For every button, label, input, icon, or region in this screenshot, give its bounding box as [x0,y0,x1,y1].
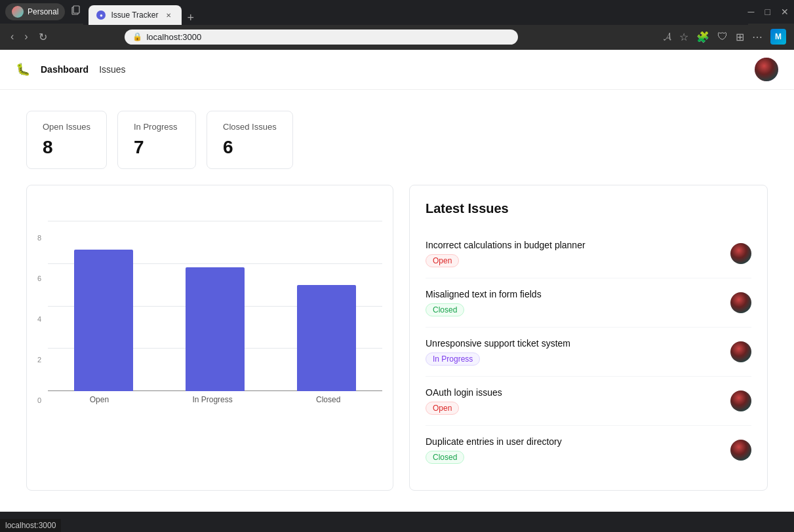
bug-icon: 🐛 [16,62,30,77]
y-label-2: 2 [37,356,41,364]
issue-title-3: Unresponsive support ticket system [426,338,723,349]
issue-title-2: Misaligned text in form fields [426,289,723,299]
bar-label-open: Open [90,395,109,404]
bar-closed [297,285,356,391]
y-label-8: 8 [37,234,41,242]
status-badge-3: In Progress [426,352,480,366]
extensions-icon[interactable]: 🧩 [696,31,709,43]
profile-label: Personal [28,7,58,16]
browser-window: Personal ● Issue Tracker ✕ + ─ □ ✕ [0,0,794,532]
read-aloud-icon[interactable]: 𝓐 [664,31,671,43]
browser-extensions-icon[interactable]: 🛡 [717,31,728,43]
back-button[interactable]: ‹ [8,28,16,45]
active-tab[interactable]: ● Issue Tracker ✕ [89,5,182,25]
bar-inprogress-rect [186,267,245,391]
profile-pill[interactable]: Personal [5,3,65,20]
forward-button[interactable]: › [22,28,30,45]
status-badge-5: Closed [426,451,464,464]
stat-closed-value: 6 [223,137,277,158]
issue-details-4: OAuth login issues Open [426,387,723,415]
stat-open-value: 8 [43,137,90,158]
tab-close-button[interactable]: ✕ [163,10,174,20]
bar-open [74,250,133,391]
stat-inprogress-label: In Progress [134,122,180,132]
status-badge-2: Closed [426,303,464,316]
split-screen-icon[interactable]: ⊞ [736,31,744,43]
issue-avatar-5 [730,440,751,461]
app-content: 🐛 Dashboard Issues Open Issues 8 In Prog… [0,50,794,512]
edge-copilot-icon[interactable]: M [770,29,786,45]
status-url: localhost:3000 [5,521,56,530]
tab-bar: ● Issue Tracker ✕ + [83,3,747,25]
stat-card-closed: Closed Issues 6 [207,111,293,169]
issue-avatar-4 [730,390,751,411]
stat-open-label: Open Issues [43,122,90,132]
latest-issues-panel: Latest Issues Incorrect calculations in … [409,185,768,491]
avatar-image [755,58,778,81]
issue-item-1[interactable]: Incorrect calculations in budget planner… [426,229,751,278]
nav-issues[interactable]: Issues [99,62,125,77]
status-bar: localhost:3000 [0,519,61,532]
url-box[interactable]: 🔒 localhost:3000 [125,29,518,45]
issue-details-1: Incorrect calculations in budget planner… [426,240,723,267]
bar-closed-rect [297,285,356,391]
y-label-6: 6 [37,275,41,282]
status-badge-4: Open [426,402,459,415]
y-label-0: 0 [37,396,41,404]
chart-container: 0 2 4 6 8 [26,185,393,491]
issue-item-3[interactable]: Unresponsive support ticket system In Pr… [426,328,751,377]
issue-details-3: Unresponsive support ticket system In Pr… [426,338,723,366]
issue-details-5: Duplicate entries in user directory Clos… [426,436,723,464]
lock-icon: 🔒 [132,32,142,41]
stat-card-inprogress: In Progress 7 [117,111,196,169]
window-controls: ─ □ ✕ [748,7,789,17]
nav-dashboard[interactable]: Dashboard [41,62,89,77]
refresh-button[interactable]: ↻ [36,28,50,46]
tab-favicon: ● [96,10,106,20]
issue-title-1: Incorrect calculations in budget planner [426,240,723,250]
close-button[interactable]: ✕ [781,7,789,17]
url-text: localhost:3000 [146,32,201,42]
copy-icon[interactable] [70,5,83,18]
profile-avatar-small [12,6,24,18]
more-menu-icon[interactable]: ⋯ [752,31,763,43]
issue-avatar-2 [730,292,751,313]
maximize-button[interactable]: □ [765,7,770,17]
stat-closed-label: Closed Issues [223,122,277,132]
toolbar-icons: 𝓐 ☆ 🧩 🛡 ⊞ ⋯ M [664,29,786,45]
minimize-button[interactable]: ─ [748,7,755,17]
issue-title-5: Duplicate entries in user directory [426,436,723,447]
bar-label-inprogress: In Progress [192,395,232,404]
tab-title: Issue Tracker [111,10,158,20]
y-label-4: 4 [37,315,41,323]
issue-item-2[interactable]: Misaligned text in form fields Closed [426,278,751,328]
issue-item-4[interactable]: OAuth login issues Open [426,377,751,426]
issue-avatar-3 [730,341,751,362]
issue-item-5[interactable]: Duplicate entries in user directory Clos… [426,426,751,474]
issue-details-2: Misaligned text in form fields Closed [426,289,723,316]
latest-issues-title: Latest Issues [426,201,751,216]
stats-row: Open Issues 8 In Progress 7 Closed Issue… [26,111,768,169]
issue-avatar-1 [730,243,751,264]
stat-inprogress-value: 7 [134,137,180,158]
issue-title-4: OAuth login issues [426,387,723,398]
status-badge-1: Open [426,254,459,267]
app-nav: 🐛 Dashboard Issues [0,50,794,90]
bar-inprogress [186,267,245,391]
favorites-icon[interactable]: ☆ [679,31,688,43]
title-bar-left: Personal [5,3,83,20]
content-row: 0 2 4 6 8 [26,185,768,491]
main-content: Open Issues 8 In Progress 7 Closed Issue… [0,90,794,512]
bar-open-rect [74,250,133,391]
address-bar: ‹ › ↻ 🔒 localhost:3000 𝓐 ☆ 🧩 🛡 ⊞ ⋯ M [0,24,794,50]
svg-rect-1 [73,6,79,13]
title-bar: Personal ● Issue Tracker ✕ + ─ □ ✕ [0,0,794,24]
bar-label-closed: Closed [316,395,340,404]
stat-card-open: Open Issues 8 [26,111,107,169]
new-tab-button[interactable]: + [183,11,198,25]
user-avatar[interactable] [755,58,778,81]
